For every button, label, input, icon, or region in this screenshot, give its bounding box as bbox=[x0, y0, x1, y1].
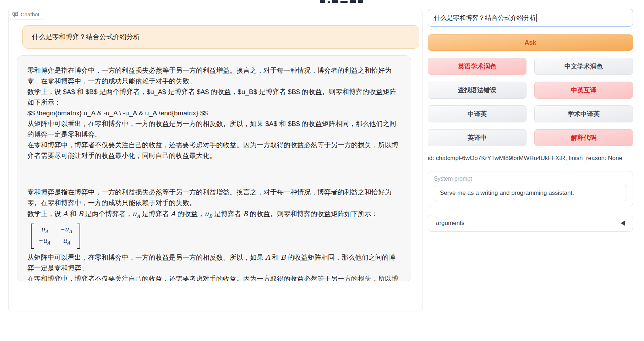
system-prompt-panel: System prompt Serve me as a writing and … bbox=[428, 171, 633, 207]
button-zh-to-en[interactable]: 中译英 bbox=[428, 105, 526, 122]
bot-rendered-intro: 零和博弈是指在博弈中，一方的利益损失必然等于另一方的利益增益。换言之，对于每一种… bbox=[27, 187, 401, 208]
chat-bubble-icon bbox=[12, 12, 18, 17]
button-label: 解释代码 bbox=[571, 133, 596, 142]
button-label: 英译中 bbox=[468, 133, 487, 142]
button-en-to-zh[interactable]: 英译中 bbox=[428, 129, 526, 146]
user-message-text: 什么是零和博弈？结合公式介绍分析 bbox=[32, 33, 140, 40]
button-explain-code[interactable]: 解释代码 bbox=[534, 129, 633, 146]
button-label: 学术中译英 bbox=[568, 110, 600, 118]
question-input[interactable]: 什么是零和博弈？结合公式介绍分析 bbox=[428, 9, 633, 27]
clipped-page-title bbox=[320, 0, 367, 3]
control-column: 什么是零和博弈？结合公式介绍分析 Ask 英语学术润色 中文学术润色 查找语法错… bbox=[428, 9, 633, 232]
button-label: 中文学术润色 bbox=[564, 62, 603, 71]
user-message: 什么是零和博弈？结合公式介绍分析 bbox=[22, 25, 419, 49]
ask-button-label: Ask bbox=[524, 39, 536, 46]
text-caret bbox=[536, 14, 537, 22]
system-prompt-label: System prompt bbox=[434, 176, 627, 182]
button-label: 查找语法错误 bbox=[458, 86, 496, 94]
arguments-accordion-label: arguments bbox=[436, 220, 464, 227]
button-find-grammar-errors[interactable]: 查找语法错误 bbox=[428, 82, 526, 99]
button-zh-en-mutual-translate[interactable]: 中英互译 bbox=[534, 82, 633, 99]
payoff-matrix: uA −uA −uA uA bbox=[31, 224, 80, 249]
bot-raw-markdown-block: 零和博弈是指在博弈中，一方的利益损失必然等于另一方的利益增益。换言之，对于每一种… bbox=[27, 65, 401, 161]
collapse-arrow-icon bbox=[621, 221, 625, 226]
chatbot-panel: Chatbot 什么是零和博弈？结合公式介绍分析 零和博弈是指在博弈中，一方的利… bbox=[8, 9, 422, 311]
bot-message: 零和博弈是指在博弈中，一方的利益损失必然等于另一方的利益增益。换言之，对于每一种… bbox=[17, 55, 411, 281]
button-chinese-academic-polish[interactable]: 中文学术润色 bbox=[534, 58, 633, 75]
button-english-academic-polish[interactable]: 英语学术润色 bbox=[428, 58, 526, 75]
matrix-cell: −uA bbox=[39, 236, 50, 248]
chatbot-label-text: Chatbot bbox=[21, 11, 39, 17]
matrix-cell: −uA bbox=[61, 225, 72, 236]
system-prompt-input[interactable]: Serve me as a writing and programming as… bbox=[434, 185, 627, 201]
bot-rendered-block: 零和博弈是指在博弈中，一方的利益损失必然等于另一方的利益增益。换言之，对于每一种… bbox=[27, 187, 401, 281]
matrix-left-bracket bbox=[31, 224, 34, 249]
function-button-grid: 英语学术润色 中文学术润色 查找语法错误 中英互译 中译英 学术中译英 英译中 … bbox=[428, 58, 633, 146]
button-label: 中英互译 bbox=[571, 86, 596, 94]
page: Chatbot 什么是零和博弈？结合公式介绍分析 零和博弈是指在博弈中，一方的利… bbox=[0, 0, 644, 341]
matrix-cell: uA bbox=[61, 236, 72, 248]
arguments-accordion[interactable]: arguments bbox=[428, 215, 633, 232]
button-label: 中译英 bbox=[468, 110, 487, 118]
system-prompt-value: Serve me as a writing and programming as… bbox=[440, 189, 574, 197]
completion-status-line: id: chatcmpl-6wOo7KrYTwMl89lbrMWRu4UkFFX… bbox=[428, 155, 633, 162]
matrix-cell: uA bbox=[39, 225, 50, 236]
bot-rendered-math-line: 数学上，设 A 和 B 是两个博弈者，uA 是博弈者 A 的收益，uB 是博弈者… bbox=[27, 208, 401, 222]
question-input-value: 什么是零和博弈？结合公式介绍分析 bbox=[434, 13, 536, 22]
button-label: 英语学术润色 bbox=[458, 62, 496, 71]
bot-rendered-outro: 从矩阵中可以看出，在零和博弈中，一方的收益是另一方的相反数。所以，如果 A 和 … bbox=[27, 252, 401, 281]
chatbot-label: Chatbot bbox=[8, 9, 44, 20]
matrix-right-bracket bbox=[77, 224, 80, 249]
button-academic-zh-to-en[interactable]: 学术中译英 bbox=[534, 105, 633, 122]
ask-button[interactable]: Ask bbox=[428, 34, 633, 51]
